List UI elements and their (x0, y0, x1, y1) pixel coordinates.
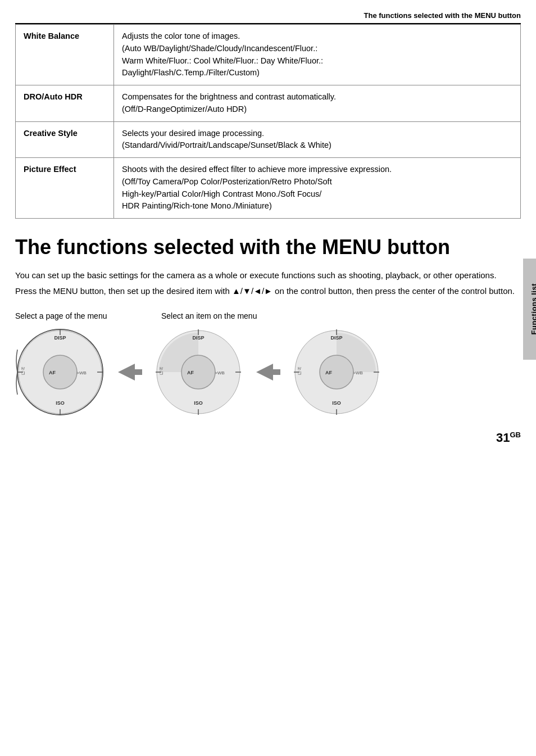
svg-marker-26 (256, 364, 280, 381)
diagram-label-item: Select an item on the menu (161, 311, 521, 320)
svg-text:>WB: >WB (215, 370, 225, 375)
arrow-1 (115, 361, 143, 383)
page-number: 31GB (496, 431, 521, 445)
svg-marker-13 (118, 364, 142, 381)
table-row: White Balance Adjusts the color tone of … (16, 25, 521, 85)
svg-text:AF: AF (49, 370, 56, 375)
svg-text:❑: ❑ (21, 371, 25, 375)
functions-table: White Balance Adjusts the color tone of … (15, 24, 521, 219)
section-body-para2: Press the MENU button, then set up the d… (15, 284, 521, 298)
control-dial-3: DISP ⎘/ ❑ AF >WB ISO (292, 327, 381, 417)
section-title: The functions selected with the MENU but… (15, 236, 521, 259)
arrow-2 (253, 361, 281, 383)
table-cell-desc: Selects your desired image processing. (… (114, 121, 521, 158)
table-cell-label: Picture Effect (16, 158, 114, 219)
table-row: Picture Effect Shoots with the desired e… (16, 158, 521, 219)
svg-text:ISO: ISO (332, 400, 341, 406)
svg-point-2 (43, 355, 77, 389)
diagrams-row: DISP ⎘/ ❑ AF >WB ISO (15, 327, 521, 417)
svg-text:DISP: DISP (330, 335, 342, 341)
svg-point-15 (181, 355, 215, 389)
control-dial-1: DISP ⎘/ ❑ AF >WB ISO (15, 327, 105, 417)
svg-text:AF: AF (325, 370, 332, 375)
section-body: You can set up the basic settings for th… (15, 269, 521, 298)
svg-text:AF: AF (187, 370, 194, 375)
svg-text:DISP: DISP (192, 335, 204, 341)
table-cell-desc: Shoots with the desired effect filter to… (114, 158, 521, 219)
control-dial-2: DISP ⎘/ ❑ AF >WB ISO (153, 327, 243, 417)
svg-text:⎘/: ⎘/ (298, 366, 301, 370)
svg-text:⎘/: ⎘/ (160, 366, 163, 370)
table-cell-desc: Compensates for the brightness and contr… (114, 85, 521, 122)
table-cell-label: White Balance (16, 25, 114, 85)
table-row: Creative Style Selects your desired imag… (16, 121, 521, 158)
svg-text:⎘/: ⎘/ (21, 366, 25, 370)
svg-text:>WB: >WB (76, 370, 87, 375)
table-cell-label: Creative Style (16, 121, 114, 158)
svg-point-28 (320, 355, 353, 389)
table-cell-desc: Adjusts the color tone of images. (Auto … (114, 25, 521, 85)
svg-text:ISO: ISO (56, 400, 65, 406)
sidebar-tab-label: Functions list (530, 283, 537, 335)
section-body-para1: You can set up the basic settings for th… (15, 269, 521, 282)
svg-text:>WB: >WB (353, 370, 363, 375)
svg-text:❑: ❑ (160, 371, 163, 375)
table-row: DRO/Auto HDR Compensates for the brightn… (16, 85, 521, 122)
table-cell-label: DRO/Auto HDR (16, 85, 114, 122)
svg-text:DISP: DISP (54, 335, 66, 341)
sidebar-tab: Functions list (523, 259, 536, 360)
svg-text:❑: ❑ (298, 371, 301, 375)
page-header: The functions selected with the MENU but… (15, 11, 521, 24)
diagram-labels: Select a page of the menu Select an item… (15, 311, 521, 320)
diagram-label-page: Select a page of the menu (15, 311, 161, 320)
svg-text:ISO: ISO (194, 400, 203, 406)
